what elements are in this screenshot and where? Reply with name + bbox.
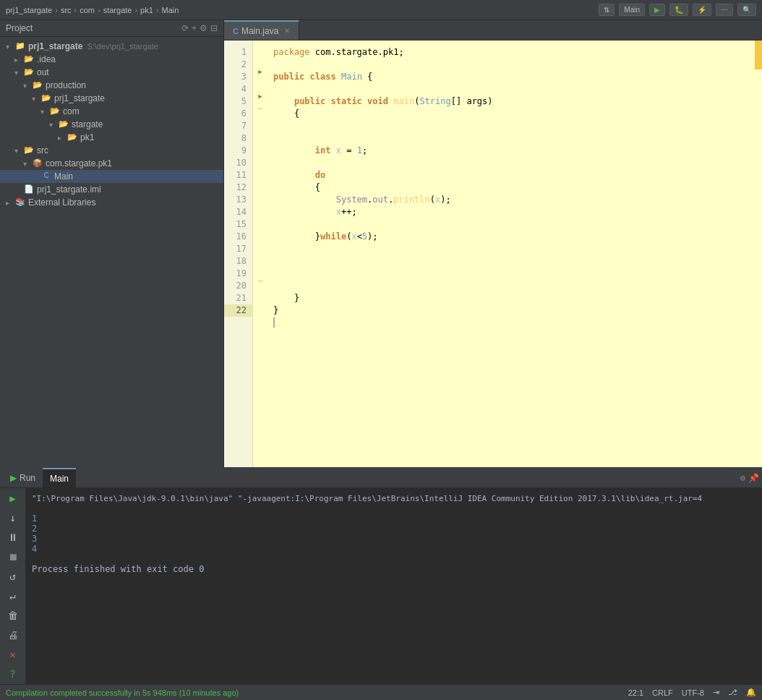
toolbar-actions: ⇅ Main ▶ 🐛 ⚡ ⋯ 🔍 (599, 4, 756, 16)
tree-label-root: prj1_stargate (28, 41, 82, 51)
fold-indicator-20[interactable]: — (253, 274, 267, 286)
run-sidebar: ▶ ↓ ⏸ ⏹ ↺ ↵ 🗑 🖨 ✕ ? (0, 488, 26, 684)
scroll-thumb[interactable] (755, 40, 762, 69)
scroll-to-end-button[interactable]: ↓ (4, 511, 22, 526)
tree-item-com[interactable]: ▾ 📂 com (0, 105, 223, 118)
debug-button[interactable]: 🐛 (669, 4, 688, 16)
breadcrumb: prj1_stargate › src › com › stargate › p… (6, 6, 179, 14)
add-icon[interactable]: + (192, 23, 197, 33)
folder-src-icon: 📂 (23, 145, 35, 155)
settings-icon[interactable]: ⚙ (200, 23, 207, 33)
print-button[interactable]: 🖨 (4, 627, 22, 642)
run-button[interactable]: ▶ (649, 4, 665, 16)
libs-icon: 📚 (14, 197, 26, 208)
indent-type: ⇥ (713, 688, 719, 697)
tree-label-prj1: prj1_stargate (54, 93, 105, 103)
sidebar-title: Project (6, 23, 33, 33)
tree-label-src: src (37, 145, 48, 155)
encoding: UTF-8 (682, 688, 704, 697)
main-tab-label: Main (50, 474, 69, 484)
tab-label: Main.java (241, 26, 278, 36)
coverage-button[interactable]: ⚡ (693, 4, 711, 16)
cursor-position: 22:1 (628, 688, 643, 697)
tree-item-pk1-out[interactable]: ▸ 📂 pk1 (0, 131, 223, 144)
package-icon: 📦 (32, 158, 43, 168)
console-output[interactable]: "I:\Program Files\Java\jdk-9.0.1\bin\jav… (26, 488, 762, 684)
code-content[interactable]: package com.stargate.pk1; public class M… (267, 40, 762, 467)
expand-idea-arrow: ▸ (14, 56, 23, 64)
folder-out-icon: 📂 (23, 67, 35, 77)
output-line-2: 2 (32, 524, 756, 534)
tree-item-production[interactable]: ▾ 📂 production (0, 79, 223, 92)
tree-item-iml[interactable]: ▸ 📄 prj1_stargate.iml (0, 183, 223, 196)
sidebar-header: Project ⟳ + ⚙ ⊟ (0, 20, 223, 37)
tab-java-icon: C (233, 27, 239, 35)
output-line-1: 1 (32, 513, 756, 524)
search-everywhere[interactable]: 🔍 (737, 4, 756, 16)
pin-icon[interactable]: 📌 (748, 473, 759, 483)
expand-out-arrow: ▾ (14, 69, 23, 77)
line-numbers: 1 2 3 4 5 6 7 8 9 10 11 12 13 14 15 16 1… (224, 40, 253, 467)
tree-item-package[interactable]: ▾ 📦 com.stargate.pk1 (0, 157, 223, 170)
stop-button[interactable]: ⏹ (4, 550, 22, 565)
folder-prj1-icon: 📂 (40, 93, 52, 103)
bottom-panel-actions: ⚙ 📌 (740, 473, 759, 483)
editor-scrollbar[interactable] (755, 40, 762, 467)
sync-icon[interactable]: ⟳ (181, 23, 189, 33)
bottom-panel-tabs: ▶ Run Main ⚙ 📌 (0, 468, 762, 488)
tree-label-main: Main (54, 171, 73, 182)
settings-run-icon[interactable]: ⚙ (740, 473, 745, 483)
bottom-panel: ▶ Run Main ⚙ 📌 ▶ ↓ ⏸ ⏹ ↺ ↵ 🗑 🖨 ✕ ? "I:\P… (0, 467, 762, 684)
clear-button[interactable]: 🗑 (4, 607, 22, 623)
code-gutter: ▶ ▶ — — (253, 40, 267, 467)
vcs-button[interactable]: ⇅ (599, 4, 615, 16)
bottom-content: ▶ ↓ ⏸ ⏹ ↺ ↵ 🗑 🖨 ✕ ? "I:\Program Files\Ja… (0, 488, 762, 684)
line-separator: CRLF (652, 688, 673, 697)
tree-item-src[interactable]: ▾ 📂 src (0, 144, 223, 157)
help-button[interactable]: ? (4, 666, 22, 681)
tab-main-java[interactable]: C Main.java ✕ (224, 20, 299, 40)
tab-close-button[interactable]: ✕ (284, 27, 290, 35)
pause-button[interactable]: ⏸ (4, 530, 22, 545)
folder-icon: 📂 (23, 54, 35, 64)
tree-label-pk1-out: pk1 (80, 132, 94, 142)
output-line-4: 4 (32, 544, 756, 554)
status-bar: Compilation completed successfully in 5s… (0, 684, 762, 700)
rerun-button[interactable]: ↺ (4, 569, 22, 584)
collapse-icon[interactable]: ⊟ (210, 23, 218, 33)
tree-item-prj1-production[interactable]: ▾ 📂 prj1_stargate (0, 92, 223, 105)
project-tree: ▾ 📁 prj1_stargate S:\dev\prj1_stargate ▸… (0, 37, 223, 467)
iml-icon: 📄 (23, 184, 35, 195)
tree-item-stargate[interactable]: ▾ 📂 stargate (0, 118, 223, 131)
run-tab-icon: ▶ (10, 473, 17, 483)
tree-label-stargate: stargate (72, 119, 103, 129)
tree-item-main[interactable]: ▸ C Main (0, 170, 223, 183)
tree-label-extlibs: External Libraries (28, 197, 95, 208)
title-bar: prj1_stargate › src › com › stargate › p… (0, 0, 762, 20)
fold-indicator-6[interactable]: — (253, 102, 267, 114)
sidebar-header-actions: ⟳ + ⚙ ⊟ (181, 23, 218, 33)
tree-label-com: com (63, 106, 80, 116)
tree-item-root[interactable]: ▾ 📁 prj1_stargate S:\dev\prj1_stargate (0, 40, 223, 53)
tree-item-idea[interactable]: ▸ 📂 .idea (0, 53, 223, 66)
tree-item-out[interactable]: ▾ 📂 out (0, 66, 223, 79)
run-config-selector[interactable]: Main (619, 4, 645, 16)
editor-area: C Main.java ✕ 1 2 3 4 5 6 7 8 9 10 11 12… (224, 20, 762, 467)
run-indicator-5[interactable]: ▶ (253, 90, 267, 102)
tree-label-out: out (37, 67, 49, 77)
tree-item-extlibs[interactable]: ▸ 📚 External Libraries (0, 196, 223, 209)
tree-label-idea: .idea (37, 54, 56, 64)
code-editor[interactable]: 1 2 3 4 5 6 7 8 9 10 11 12 13 14 15 16 1… (224, 40, 762, 467)
tree-label-iml: prj1_stargate.iml (37, 184, 101, 195)
error-button[interactable]: ✕ (4, 646, 22, 662)
run-again-button[interactable]: ▶ (4, 491, 22, 506)
notifications-icon[interactable]: 🔔 (746, 688, 756, 697)
tab-run[interactable]: ▶ Run (3, 468, 43, 487)
soft-wrap-button[interactable]: ↵ (4, 589, 22, 604)
tab-main-run[interactable]: Main (43, 468, 76, 487)
status-message: Compilation completed successfully in 5s… (6, 688, 239, 697)
run-indicator-3[interactable]: ▶ (253, 65, 267, 77)
vcs-icon[interactable]: ⎇ (728, 688, 737, 697)
main-layout: Project ⟳ + ⚙ ⊟ ▾ 📁 prj1_stargate S:\dev… (0, 20, 762, 467)
toolbar-more[interactable]: ⋯ (716, 4, 733, 16)
